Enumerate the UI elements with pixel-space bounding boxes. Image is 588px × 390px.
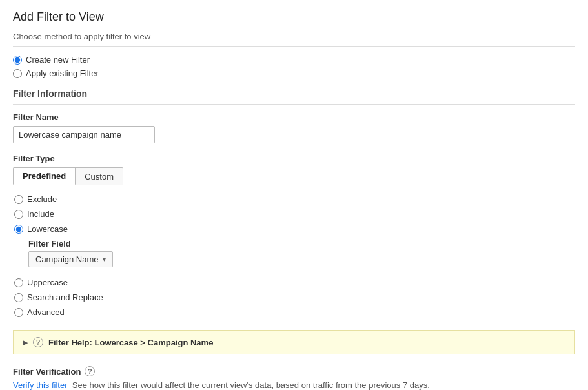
dropdown-chevron-icon: ▾	[103, 256, 106, 263]
apply-existing-filter-option[interactable]: Apply existing Filter	[13, 68, 575, 78]
filter-info-divider	[13, 104, 575, 105]
verify-description: See how this filter would affect the cur…	[70, 380, 430, 390]
exclude-option[interactable]: Exclude	[14, 194, 575, 204]
uppercase-radio[interactable]	[14, 278, 23, 287]
filter-help-question-icon[interactable]: ?	[33, 337, 43, 347]
search-replace-radio[interactable]	[14, 293, 23, 302]
campaign-name-value: Campaign Name	[35, 254, 99, 264]
filter-info-title: Filter Information	[13, 88, 575, 99]
lowercase-option[interactable]: Lowercase	[14, 224, 575, 234]
apply-existing-filter-radio[interactable]	[13, 69, 22, 78]
page-title: Add Filter to View	[13, 10, 575, 24]
advanced-radio[interactable]	[14, 308, 23, 317]
filter-type-label: Filter Type	[13, 154, 575, 163]
filter-type-section: Filter Type Predefined Custom Exclude In…	[13, 154, 575, 317]
search-replace-label: Search and Replace	[27, 292, 103, 302]
create-new-filter-radio[interactable]	[13, 56, 22, 65]
filter-name-input[interactable]	[13, 126, 155, 143]
method-radio-group: Create new Filter Apply existing Filter	[13, 55, 575, 78]
campaign-name-dropdown[interactable]: Campaign Name ▾	[28, 251, 113, 267]
filter-field-label: Filter Field	[28, 239, 575, 249]
filter-verification-title: Filter Verification	[13, 367, 81, 376]
lowercase-label: Lowercase	[27, 224, 68, 234]
filter-verification-help-icon[interactable]: ?	[85, 366, 95, 376]
include-option[interactable]: Include	[14, 209, 575, 219]
filter-verification-section: Filter Verification ? Verify this filter…	[13, 366, 575, 390]
filter-field-container: Filter Field Campaign Name ▾	[14, 236, 575, 267]
method-divider	[13, 46, 575, 47]
filter-help-bar: ▶ ? Filter Help: Lowercase > Campaign Na…	[13, 330, 575, 354]
uppercase-option[interactable]: Uppercase	[14, 278, 575, 287]
include-label: Include	[27, 209, 54, 219]
filter-type-options: Exclude Include Lowercase Filter Field C…	[14, 194, 575, 317]
create-new-filter-label: Create new Filter	[26, 55, 90, 65]
filter-type-tabs: Predefined Custom	[13, 167, 575, 185]
filter-help-toggle-icon[interactable]: ▶	[23, 338, 28, 347]
search-replace-option[interactable]: Search and Replace	[14, 292, 575, 302]
tab-custom[interactable]: Custom	[76, 167, 123, 185]
include-radio[interactable]	[14, 210, 23, 219]
tab-predefined[interactable]: Predefined	[13, 167, 76, 185]
advanced-label: Advanced	[27, 307, 65, 317]
filter-help-text: Filter Help: Lowercase > Campaign Name	[48, 338, 213, 347]
verify-this-filter-link[interactable]: Verify this filter	[13, 380, 68, 390]
lowercase-option-group: Lowercase Filter Field Campaign Name ▾	[14, 224, 575, 267]
create-new-filter-option[interactable]: Create new Filter	[13, 55, 575, 65]
method-section-label: Choose method to apply filter to view	[13, 32, 575, 41]
exclude-radio[interactable]	[14, 195, 23, 204]
apply-existing-filter-label: Apply existing Filter	[26, 68, 99, 78]
advanced-option[interactable]: Advanced	[14, 307, 575, 317]
filter-name-label: Filter Name	[13, 112, 575, 122]
lowercase-radio[interactable]	[14, 225, 23, 234]
filter-verification-title-row: Filter Verification ?	[13, 366, 575, 376]
filter-info-section: Filter Information Filter Name	[13, 88, 575, 143]
exclude-label: Exclude	[27, 194, 57, 204]
uppercase-label: Uppercase	[27, 278, 68, 287]
